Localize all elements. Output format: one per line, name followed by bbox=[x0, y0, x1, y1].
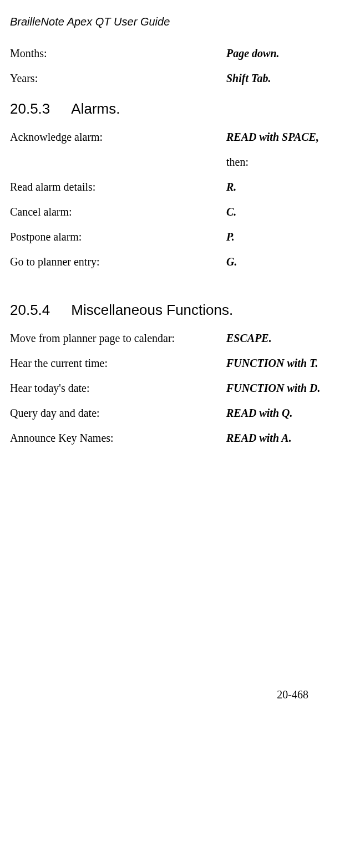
row-label: Postpone alarm: bbox=[10, 231, 226, 243]
row-value: C. bbox=[226, 206, 335, 218]
section-heading-alarms: 20.5.3Alarms. bbox=[10, 100, 335, 118]
row-value: Shift Tab. bbox=[226, 72, 335, 85]
section-number: 20.5.3 bbox=[10, 100, 50, 118]
row-value: Page down. bbox=[226, 47, 335, 60]
table-row: Months: Page down. bbox=[10, 47, 335, 60]
table-row: Years: Shift Tab. bbox=[10, 72, 335, 85]
row-value: READ with A. bbox=[226, 432, 335, 445]
row-value: P. bbox=[226, 231, 335, 243]
row-label: Move from planner page to calendar: bbox=[10, 332, 226, 345]
row-value: FUNCTION with D. bbox=[226, 382, 335, 395]
table-row: Move from planner page to calendar: ESCA… bbox=[10, 332, 335, 345]
row-value: G. bbox=[226, 256, 335, 268]
row-value: READ with SPACE, bbox=[226, 131, 335, 144]
section-title: Alarms. bbox=[71, 100, 120, 117]
row-label: Go to planner entry: bbox=[10, 256, 226, 268]
table-row: Postpone alarm: P. bbox=[10, 231, 335, 243]
row-value: FUNCTION with T. bbox=[226, 357, 335, 370]
section-heading-misc: 20.5.4Miscellaneous Functions. bbox=[10, 302, 335, 319]
row-label: Months: bbox=[10, 47, 226, 60]
row-label: Years: bbox=[10, 72, 226, 85]
row-label: Read alarm details: bbox=[10, 181, 226, 193]
section-title: Miscellaneous Functions. bbox=[71, 302, 233, 318]
row-label: Cancel alarm: bbox=[10, 206, 226, 218]
row-label: Query day and date: bbox=[10, 407, 226, 420]
table-row: Hear the current time: FUNCTION with T. bbox=[10, 357, 335, 370]
table-row: Acknowledge alarm: READ with SPACE, bbox=[10, 131, 335, 144]
table-row: Go to planner entry: G. bbox=[10, 256, 335, 268]
row-value: R. bbox=[226, 181, 335, 193]
table-row: Query day and date: READ with Q. bbox=[10, 407, 335, 420]
row-value: then: bbox=[226, 156, 335, 169]
section-number: 20.5.4 bbox=[10, 302, 50, 319]
row-value: READ with Q. bbox=[226, 407, 335, 420]
page-number: 20-468 bbox=[10, 688, 335, 701]
table-row: then: bbox=[10, 156, 335, 169]
table-row: Announce Key Names: READ with A. bbox=[10, 432, 335, 445]
row-label bbox=[10, 156, 226, 169]
row-label: Hear the current time: bbox=[10, 357, 226, 370]
row-label: Hear today's date: bbox=[10, 382, 226, 395]
document-header: BrailleNote Apex QT User Guide bbox=[10, 16, 335, 28]
table-row: Read alarm details: R. bbox=[10, 181, 335, 193]
row-label: Acknowledge alarm: bbox=[10, 131, 226, 144]
table-row: Hear today's date: FUNCTION with D. bbox=[10, 382, 335, 395]
table-row: Cancel alarm: C. bbox=[10, 206, 335, 218]
row-label: Announce Key Names: bbox=[10, 432, 226, 445]
row-value: ESCAPE. bbox=[226, 332, 335, 345]
